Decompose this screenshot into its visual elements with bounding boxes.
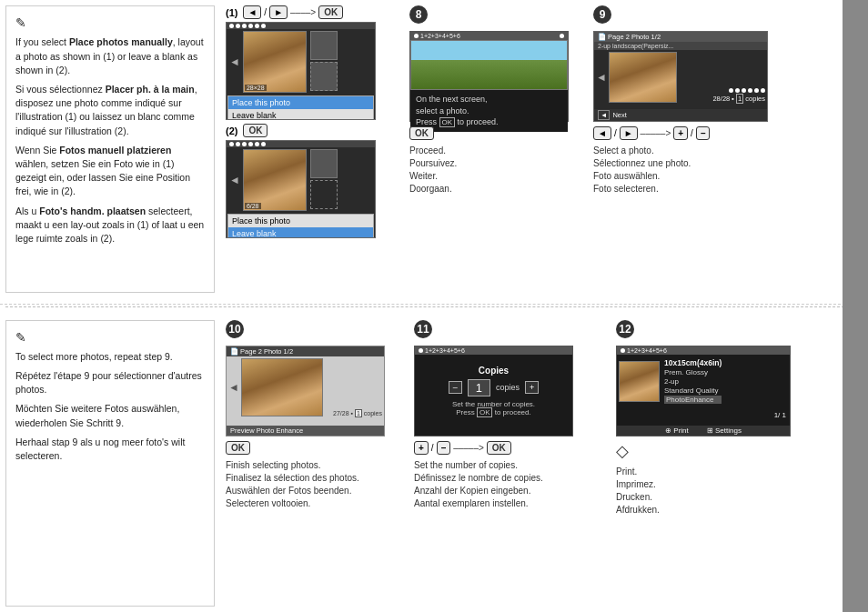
plus-btn-9[interactable]: + bbox=[673, 126, 688, 140]
top-row: ✎ If you select Place photos manually, l… bbox=[0, 0, 868, 305]
ok-btn-2[interactable]: OK bbox=[243, 124, 267, 137]
bottom-para-4: Herhaal stap 9 als u nog meer foto's wil… bbox=[15, 436, 205, 463]
step-12-screen: 1+2+3+4+5+6 10x15cm(4x6in) Prem. Glossy … bbox=[616, 346, 791, 436]
step-8-number: 8 bbox=[409, 5, 428, 24]
arrow-1: ––––> bbox=[290, 7, 316, 17]
para-2: Si vous sélectionnez Placer ph. à la mai… bbox=[15, 83, 205, 138]
step-8-ok[interactable]: OK bbox=[409, 126, 434, 140]
step-11-controls: + / – –––––> OK bbox=[414, 441, 605, 455]
step-2-label: (2) bbox=[226, 125, 237, 136]
section-divider bbox=[5, 306, 863, 307]
right-btn-9[interactable]: ► bbox=[620, 126, 638, 140]
step-10-container: 10 📄 Page 2 Photo 1/2 ◄ 27/28 ▪ 1 copies… bbox=[226, 320, 403, 607]
step-11-number: 11 bbox=[414, 320, 432, 338]
step-8-captions: Proceed. Poursuivez. Weiter. Doorgaan. bbox=[409, 145, 582, 196]
step-10-captions: Finish selecting photos. Finalisez la sé… bbox=[226, 459, 403, 510]
screen-2: ◄ 6/28 Place this photo Leave blank bbox=[226, 140, 376, 238]
bottom-para-1: To select more photos, repeat step 9. bbox=[15, 350, 205, 364]
step-11-container: 11 1+2+3+4+5+6 Copies – 1 copies + bbox=[414, 320, 605, 607]
plus-btn-11[interactable]: + bbox=[414, 441, 429, 455]
step-9-captions: Select a photo. Sélectionnez une photo. … bbox=[593, 145, 784, 196]
bottom-para-2: Répétez l'étape 9 pour sélectionner d'au… bbox=[15, 369, 205, 396]
step-1-label: (1) bbox=[226, 7, 237, 18]
right-btn-1[interactable]: ► bbox=[269, 5, 288, 19]
step-9-controls: ◄ / ► –––––> + / – bbox=[593, 126, 784, 140]
pencil-icon-bottom: ✎ bbox=[15, 328, 205, 346]
print-diamond-btn[interactable]: ◇ bbox=[616, 442, 629, 460]
step-8-text: On the next screen,select a photo.Press … bbox=[416, 94, 562, 128]
leave-blank-menu[interactable]: Leave blank bbox=[228, 109, 373, 120]
leave-blank-menu-2[interactable]: Leave blank bbox=[228, 227, 373, 238]
step-10-screen: 📄 Page 2 Photo 1/2 ◄ 27/28 ▪ 1 copies Pr… bbox=[226, 346, 385, 436]
step-12-captions: Print. Imprimez. Drucken. Afdrukken. bbox=[616, 466, 812, 517]
bottom-left-text-panel: ✎ To select more photos, repeat step 9. … bbox=[5, 320, 215, 607]
step-11-screen: 1+2+3+4+5+6 Copies – 1 copies + Set the … bbox=[414, 346, 573, 436]
right-sidebar bbox=[843, 0, 868, 612]
step-1-2-container: (1) ◄ / ► ––––> OK bbox=[226, 5, 399, 293]
para-3: Wenn Sie Fotos manuell platzieren wählen… bbox=[15, 144, 205, 199]
ok-btn-1[interactable]: OK bbox=[318, 5, 343, 19]
step-12-controls: ◇ bbox=[616, 441, 812, 461]
step-9-container: 9 📄 Page 2 Photo 1/2 2-up landscape(Pape… bbox=[593, 5, 784, 293]
step-12-container: 12 1+2+3+4+5+6 10x15cm(4x6in) Prem. Glos… bbox=[616, 320, 812, 607]
minus-btn-9[interactable]: – bbox=[696, 126, 711, 140]
step-1: (1) ◄ / ► ––––> OK bbox=[226, 5, 399, 120]
bottom-row: ✎ To select more photos, repeat step 9. … bbox=[0, 309, 868, 613]
minus-btn-11[interactable]: – bbox=[437, 441, 451, 455]
bottom-para-3: Möchten Sie weitere Fotos auswählen, wie… bbox=[15, 402, 205, 429]
place-this-photo-menu[interactable]: Place this photo bbox=[228, 96, 373, 109]
screen-1: ◄ 28×28 Place this photo bbox=[226, 22, 376, 120]
step-12-number: 12 bbox=[616, 320, 634, 338]
pencil-icon: ✎ bbox=[15, 14, 205, 32]
ok-btn-11[interactable]: OK bbox=[487, 441, 511, 455]
step-2: (2) OK ◄ 6/28 bbox=[226, 124, 399, 238]
step-8-screen: 1+2+3+4+5+6 On the next screen,select a … bbox=[409, 31, 569, 122]
para-1: If you select Place photos manually, lay… bbox=[15, 35, 205, 77]
step-10-number: 10 bbox=[226, 320, 244, 338]
para-4: Als u Foto's handm. plaatsen selecteert,… bbox=[15, 205, 205, 246]
step-9-screen: 📄 Page 2 Photo 1/2 2-up landscape(Papers… bbox=[593, 31, 768, 122]
step-1-controls: ◄ / ► ––––> OK bbox=[243, 5, 343, 19]
place-this-photo-menu-2[interactable]: Place this photo bbox=[228, 215, 373, 227]
step-10-ok[interactable]: OK bbox=[226, 441, 250, 455]
page: ✎ If you select Place photos manually, l… bbox=[0, 0, 868, 612]
top-left-text-panel: ✎ If you select Place photos manually, l… bbox=[5, 5, 215, 293]
step-9-number: 9 bbox=[593, 5, 611, 24]
step-11-captions: Set the number of copies. Définissez le … bbox=[414, 459, 605, 510]
step-8-container: 8 1+2+3+4+5+6 On the next screen,select … bbox=[409, 5, 582, 293]
left-btn-9[interactable]: ◄ bbox=[593, 126, 611, 140]
left-btn-1[interactable]: ◄ bbox=[243, 5, 261, 19]
